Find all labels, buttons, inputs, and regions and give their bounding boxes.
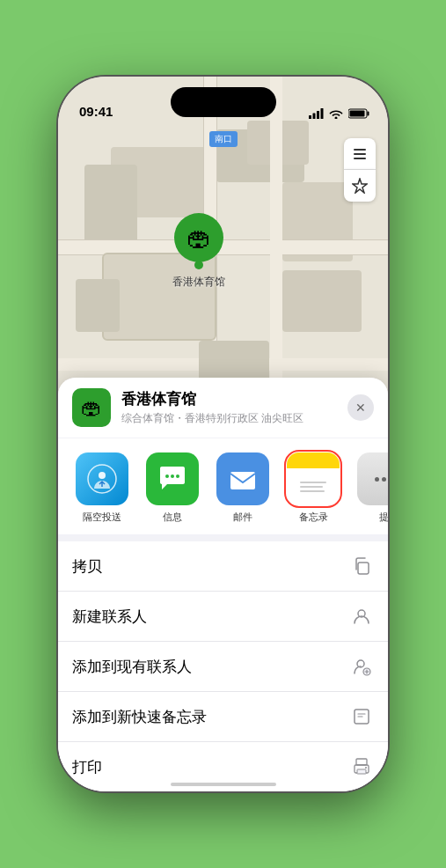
print-label: 打印 bbox=[72, 757, 102, 777]
add-contact-label: 添加到现有联系人 bbox=[72, 657, 192, 677]
stadium-icon: 🏟 bbox=[186, 224, 211, 253]
share-airdrop[interactable]: 隔空投送 bbox=[67, 452, 137, 524]
status-time: 09:41 bbox=[79, 104, 113, 119]
action-list: 拷贝 新建联系人 bbox=[58, 541, 388, 791]
svg-rect-2 bbox=[317, 111, 319, 119]
svg-rect-9 bbox=[354, 158, 366, 159]
svg-point-11 bbox=[99, 472, 106, 479]
more-share-label: 提 bbox=[379, 511, 389, 524]
copy-icon bbox=[349, 554, 374, 578]
messages-icon bbox=[146, 452, 199, 505]
stadium-pin[interactable]: 🏟 香港体育馆 bbox=[172, 213, 225, 290]
airdrop-label: 隔空投送 bbox=[83, 511, 121, 524]
map-block bbox=[282, 270, 362, 332]
more-icon bbox=[357, 452, 388, 505]
svg-point-24 bbox=[365, 767, 367, 769]
mail-label: 邮件 bbox=[233, 511, 252, 524]
venue-icon: 🏟 bbox=[72, 388, 111, 427]
dot-2 bbox=[382, 477, 386, 482]
notes-line-1 bbox=[300, 482, 326, 483]
action-new-contact[interactable]: 新建联系人 bbox=[58, 592, 388, 642]
svg-rect-5 bbox=[368, 112, 369, 116]
new-contact-icon bbox=[349, 604, 374, 629]
share-apps-row: 隔空投送 信息 bbox=[58, 438, 388, 534]
share-more[interactable]: 提 bbox=[348, 452, 388, 524]
svg-point-12 bbox=[165, 474, 169, 478]
svg-point-14 bbox=[176, 474, 179, 478]
notes-line-3 bbox=[300, 490, 325, 492]
svg-rect-16 bbox=[358, 563, 369, 574]
map-block bbox=[76, 279, 120, 332]
svg-rect-1 bbox=[313, 114, 316, 120]
pin-label: 香港体育馆 bbox=[172, 275, 225, 290]
add-notes-label: 添加到新快速备忘录 bbox=[72, 707, 207, 727]
map-location-button[interactable] bbox=[344, 170, 376, 202]
venue-description: 综合体育馆・香港特别行政区 油尖旺区 bbox=[121, 411, 347, 426]
action-add-contact[interactable]: 添加到现有联系人 bbox=[58, 642, 388, 692]
action-copy[interactable]: 拷贝 bbox=[58, 541, 388, 592]
notes-line-2 bbox=[300, 486, 323, 488]
svg-rect-23 bbox=[357, 769, 366, 774]
share-messages[interactable]: 信息 bbox=[137, 452, 208, 524]
pin-circle: 🏟 bbox=[174, 213, 223, 262]
action-add-notes[interactable]: 添加到新快速备忘录 bbox=[58, 692, 388, 742]
battery-icon bbox=[348, 108, 370, 119]
share-mail[interactable]: 邮件 bbox=[208, 452, 278, 524]
wifi-icon bbox=[329, 108, 343, 119]
svg-rect-15 bbox=[230, 472, 255, 489]
layers-icon bbox=[351, 145, 369, 163]
add-contact-icon bbox=[349, 654, 374, 679]
phone-frame: 09:41 bbox=[58, 77, 388, 791]
new-contact-label: 新建联系人 bbox=[72, 607, 147, 627]
add-notes-icon bbox=[349, 704, 374, 729]
more-dots bbox=[375, 477, 389, 482]
share-notes[interactable]: 备忘录 bbox=[278, 452, 348, 524]
sheet-divider bbox=[58, 534, 388, 541]
venue-name: 香港体育馆 bbox=[121, 389, 347, 409]
phone-screen: 09:41 bbox=[58, 77, 388, 791]
svg-point-13 bbox=[171, 474, 174, 478]
signal-icon bbox=[309, 108, 324, 119]
close-button[interactable]: ✕ bbox=[347, 394, 374, 421]
venue-header: 🏟 香港体育馆 综合体育馆・香港特别行政区 油尖旺区 ✕ bbox=[58, 378, 388, 438]
svg-rect-6 bbox=[350, 111, 365, 117]
svg-rect-0 bbox=[309, 115, 311, 119]
mail-svg bbox=[227, 463, 259, 495]
notes-label: 备忘录 bbox=[299, 511, 328, 524]
messages-svg bbox=[157, 463, 188, 495]
map-layers-button[interactable] bbox=[344, 138, 376, 170]
airdrop-icon bbox=[76, 452, 128, 505]
location-icon bbox=[352, 178, 368, 194]
home-indicator bbox=[171, 783, 276, 786]
notes-lines bbox=[296, 478, 331, 497]
messages-label: 信息 bbox=[163, 511, 182, 524]
bottom-sheet: 🏟 香港体育馆 综合体育馆・香港特别行政区 油尖旺区 ✕ bbox=[58, 378, 388, 791]
copy-label: 拷贝 bbox=[72, 556, 102, 577]
dot-1 bbox=[375, 477, 379, 482]
map-controls bbox=[344, 138, 376, 202]
map-label-nankou: 南口 bbox=[209, 131, 238, 147]
svg-rect-21 bbox=[356, 759, 367, 765]
notes-icon bbox=[287, 452, 340, 505]
svg-rect-8 bbox=[354, 153, 366, 155]
svg-rect-3 bbox=[321, 108, 324, 119]
venue-info: 香港体育馆 综合体育馆・香港特别行政区 油尖旺区 bbox=[121, 389, 347, 426]
print-icon bbox=[349, 754, 374, 779]
mail-icon bbox=[216, 452, 269, 505]
status-icons bbox=[309, 108, 370, 119]
dynamic-island bbox=[171, 87, 276, 117]
airdrop-svg bbox=[87, 464, 117, 494]
svg-rect-7 bbox=[354, 149, 366, 151]
